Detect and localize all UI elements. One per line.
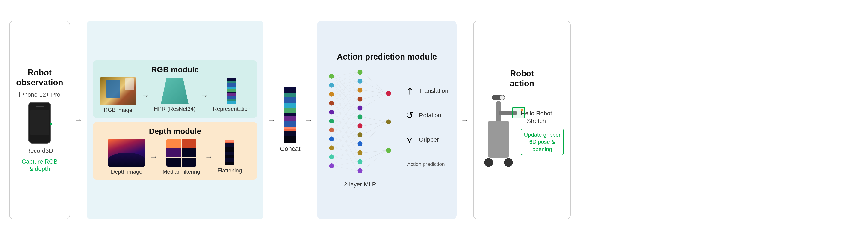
svg-line-63 xyxy=(334,153,358,157)
svg-line-37 xyxy=(334,90,358,95)
repr-bar xyxy=(227,78,236,104)
rgb-module-title: RGB module xyxy=(151,65,199,74)
svg-line-64 xyxy=(334,157,358,162)
update-gripper-label: Update gripper 6D pose & opening xyxy=(521,129,564,155)
depth-module: Depth module Depth image → xyxy=(93,122,257,180)
svg-line-31 xyxy=(334,72,358,85)
svg-line-68 xyxy=(362,72,386,94)
robot-obs-title: Robot observation xyxy=(16,68,63,87)
svg-point-24 xyxy=(386,119,391,124)
svg-point-13 xyxy=(358,88,362,92)
svg-point-0 xyxy=(329,74,334,79)
gripper-label: Gripper xyxy=(419,136,439,143)
arrow-obs-to-modules: → xyxy=(74,115,83,125)
svg-line-76 xyxy=(362,122,386,144)
median-cell-2 xyxy=(182,139,196,148)
modules-area: RGB module RGB image → HPR (ResNet34) → xyxy=(87,21,264,219)
median-cell-5 xyxy=(166,158,181,167)
svg-line-70 xyxy=(362,90,386,94)
svg-line-52 xyxy=(334,99,358,130)
hpr-item: HPR (ResNet34) xyxy=(154,78,195,112)
iphone-screen xyxy=(30,110,49,135)
translation-item: ↗ Translation xyxy=(404,86,448,96)
svg-point-15 xyxy=(358,106,362,110)
median-cell-4 xyxy=(182,149,196,157)
svg-point-10 xyxy=(329,163,334,168)
svg-line-49 xyxy=(334,117,358,121)
svg-line-60 xyxy=(334,144,358,148)
svg-line-71 xyxy=(362,94,386,99)
rgb-module: RGB module RGB image → HPR (ResNet34) → xyxy=(93,60,257,118)
svg-point-19 xyxy=(358,141,362,146)
median-image xyxy=(166,139,196,167)
gripper-item: ⋎ Gripper xyxy=(404,135,448,145)
action-module-row: 2-layer MLP ↗ Translation ↺ Rotation ⋎ G… xyxy=(326,65,448,188)
svg-point-16 xyxy=(358,115,362,119)
action-outputs: ↗ Translation ↺ Rotation ⋎ Gripper Actio… xyxy=(404,86,448,167)
robot-wheel-left xyxy=(484,158,493,167)
robot-body xyxy=(488,121,509,158)
svg-line-69 xyxy=(362,81,386,94)
robot-gripper-finger xyxy=(521,109,523,111)
action-module: Action prediction module xyxy=(317,21,457,219)
gripper-icon: ⋎ xyxy=(404,135,415,145)
median-cell-1 xyxy=(166,139,181,148)
rotation-label: Rotation xyxy=(419,112,441,119)
rgb-image-label: RGB image xyxy=(104,107,132,113)
repr-label: Representation xyxy=(213,106,251,112)
robot-action-title: Robot action xyxy=(510,69,534,88)
svg-line-26 xyxy=(334,72,358,76)
main-diagram: Robot observation iPhone 12+ Pro Record3… xyxy=(0,0,868,240)
arrow-median-flatten: → xyxy=(205,152,213,162)
arrow-rgb-hpr: → xyxy=(141,90,149,100)
svg-line-53 xyxy=(334,126,358,130)
svg-point-20 xyxy=(358,151,362,155)
iphone-dot xyxy=(50,123,52,125)
arrow-action-robot: → xyxy=(461,115,469,125)
depth-module-row: Depth image → Median filtering → xyxy=(108,139,242,175)
flatten-item: Flattening xyxy=(218,140,242,174)
robot-obs-panel: Robot observation iPhone 12+ Pro Record3… xyxy=(9,21,70,219)
svg-point-7 xyxy=(329,137,334,141)
svg-line-77 xyxy=(362,151,386,153)
median-item: Median filtering xyxy=(162,139,200,175)
svg-line-44 xyxy=(334,81,358,112)
svg-point-1 xyxy=(329,83,334,88)
svg-line-67 xyxy=(334,166,358,171)
arrow-concat-action: → xyxy=(305,115,313,125)
svg-line-59 xyxy=(334,117,358,148)
iphone-label: iPhone 12+ Pro xyxy=(19,91,60,98)
median-cell-3 xyxy=(166,149,181,157)
iphone-illustration xyxy=(28,102,51,143)
rotation-item: ↺ Rotation xyxy=(404,110,448,121)
nn-item: 2-layer MLP xyxy=(326,65,395,188)
concat-label: Concat xyxy=(280,145,301,153)
depth-image-thumb xyxy=(108,139,145,167)
action-pred-label: Action prediction xyxy=(404,161,448,167)
median-label: Median filtering xyxy=(162,168,200,175)
mlp-label: 2-layer MLP xyxy=(344,181,376,188)
hello-robot-label: Hello Robot Stretch xyxy=(521,110,552,125)
svg-point-5 xyxy=(329,118,334,124)
arrow-depth-median: → xyxy=(150,152,158,162)
depth-module-title: Depth module xyxy=(149,127,201,136)
capture-label: Capture RGB & depth xyxy=(22,158,58,172)
robot-action-illustration-row: Hello Robot Stretch Update gripper 6D po… xyxy=(480,93,564,171)
hpr-label: HPR (ResNet34) xyxy=(154,106,195,112)
hpr-box xyxy=(161,78,189,104)
arrow-hpr-repr: → xyxy=(200,90,208,100)
robot-labels-col: Hello Robot Stretch Update gripper 6D po… xyxy=(521,110,564,155)
concat-section: Concat xyxy=(280,87,301,153)
concat-bar xyxy=(284,87,296,143)
depth-image-item: Depth image xyxy=(108,139,145,175)
rotation-icon: ↺ xyxy=(404,110,415,121)
arrow-modules-concat: → xyxy=(268,115,276,125)
rgb-module-row: RGB image → HPR (ResNet34) → xyxy=(99,77,251,113)
svg-point-11 xyxy=(358,70,362,75)
svg-line-62 xyxy=(334,126,358,157)
svg-point-9 xyxy=(329,155,334,159)
robot-illustration xyxy=(480,93,517,171)
nn-svg xyxy=(326,65,395,179)
svg-point-12 xyxy=(358,79,362,83)
flatten-label: Flattening xyxy=(218,167,242,174)
